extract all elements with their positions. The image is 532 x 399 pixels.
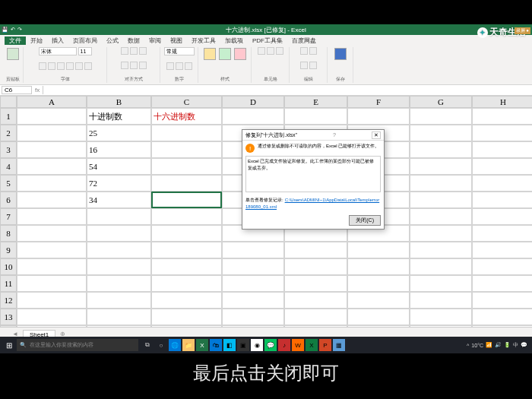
number-format-box[interactable]: 常规 <box>164 47 195 55</box>
align-mid-icon[interactable] <box>130 47 138 55</box>
cell-D10[interactable] <box>222 258 284 275</box>
app-icon-3[interactable]: ▦ <box>333 339 345 351</box>
fill-color-icon[interactable] <box>75 62 83 70</box>
cell-C12[interactable] <box>151 292 222 309</box>
align-left-icon[interactable] <box>121 62 128 69</box>
cell-G10[interactable] <box>410 258 472 275</box>
cell-C2[interactable] <box>151 125 222 141</box>
name-box[interactable]: C6 <box>2 86 32 94</box>
start-button[interactable]: ⊞ <box>2 338 17 352</box>
font-size-box[interactable]: 11 <box>78 47 92 55</box>
music-icon[interactable]: ♪ <box>278 339 290 351</box>
cell-C3[interactable] <box>151 141 222 158</box>
cell-G7[interactable] <box>410 208 472 225</box>
row-header-1[interactable]: 1 <box>0 108 17 125</box>
tab-formulas[interactable]: 公式 <box>102 36 123 45</box>
col-header-G[interactable]: G <box>410 96 472 108</box>
formula-bar[interactable] <box>43 86 532 94</box>
cell-H3[interactable] <box>472 141 532 158</box>
cell-C14[interactable] <box>151 325 222 327</box>
row-header-11[interactable]: 11 <box>0 275 17 292</box>
cell-C11[interactable] <box>151 275 222 292</box>
cell-C13[interactable] <box>151 309 222 325</box>
delete-cell-icon[interactable] <box>267 47 274 55</box>
volume-icon[interactable]: 🔊 <box>495 342 502 348</box>
cell-A6[interactable] <box>17 192 87 208</box>
cell-F10[interactable] <box>347 258 410 275</box>
cell-B12[interactable] <box>87 292 151 309</box>
cell-A2[interactable] <box>17 125 87 141</box>
comma-icon[interactable] <box>185 62 192 70</box>
tab-view[interactable]: 视图 <box>166 36 187 45</box>
cell-E12[interactable] <box>284 292 347 309</box>
cortana-icon[interactable]: ○ <box>155 339 167 351</box>
row-header-8[interactable]: 8 <box>0 225 17 242</box>
row-header-7[interactable]: 7 <box>0 208 17 225</box>
cell-H6[interactable] <box>472 192 532 208</box>
cell-D13[interactable] <box>222 309 284 325</box>
cell-D1[interactable] <box>222 108 284 125</box>
cell-H11[interactable] <box>472 275 532 292</box>
row-header-3[interactable]: 3 <box>0 141 17 158</box>
col-header-D[interactable]: D <box>222 96 284 108</box>
tab-addins[interactable]: 加载项 <box>220 36 248 45</box>
format-cell-icon[interactable] <box>276 47 283 55</box>
folder-icon[interactable]: 📁 <box>182 339 195 351</box>
cell-B4[interactable]: 54 <box>87 158 151 175</box>
row-header-5[interactable]: 5 <box>0 175 17 192</box>
cell-G9[interactable] <box>410 242 472 258</box>
dialog-close-icon[interactable]: ✕ <box>372 131 381 139</box>
cell-E1[interactable] <box>284 108 347 125</box>
tab-review[interactable]: 审阅 <box>144 36 166 45</box>
cell-F12[interactable] <box>347 292 410 309</box>
store-icon[interactable]: 🛍 <box>210 339 222 351</box>
cell-C7[interactable] <box>151 208 222 225</box>
find-icon[interactable] <box>309 62 317 69</box>
cell-B14[interactable] <box>87 325 151 327</box>
notification-icon[interactable]: 💬 <box>521 342 527 348</box>
cell-A4[interactable] <box>17 158 87 175</box>
cell-B3[interactable]: 16 <box>87 141 151 158</box>
cell-H4[interactable] <box>472 158 532 175</box>
ppt-icon[interactable]: P <box>319 339 331 351</box>
cell-H7[interactable] <box>472 208 532 225</box>
app-icon-2[interactable]: ▣ <box>237 339 249 351</box>
row-header-10[interactable]: 10 <box>0 258 17 275</box>
cell-G2[interactable] <box>410 125 472 141</box>
cell-B13[interactable] <box>87 309 151 325</box>
cell-E11[interactable] <box>284 275 347 292</box>
bold-icon[interactable] <box>39 62 46 70</box>
row-header-14[interactable]: 14 <box>0 325 17 327</box>
cell-A3[interactable] <box>17 141 87 158</box>
cell-F11[interactable] <box>347 275 410 292</box>
col-header-A[interactable]: A <box>17 96 87 108</box>
cell-E10[interactable] <box>284 258 347 275</box>
chrome-icon[interactable]: ◉ <box>251 339 263 351</box>
font-name-box[interactable]: 宋体 <box>39 47 77 55</box>
align-bot-icon[interactable] <box>139 47 147 55</box>
cell-C4[interactable] <box>151 158 222 175</box>
cell-C1[interactable]: 十六进制数 <box>151 108 222 125</box>
italic-icon[interactable] <box>48 62 55 70</box>
cell-G13[interactable] <box>410 309 472 325</box>
taskbar-search[interactable]: 🔍 在这里输入你要搜索的内容 <box>17 339 138 351</box>
cell-A14[interactable] <box>17 325 87 327</box>
ime-icon[interactable]: 中 <box>513 341 518 349</box>
autosum-icon[interactable] <box>300 47 308 55</box>
cell-H5[interactable] <box>472 175 532 192</box>
tab-pdf[interactable]: PDF工具集 <box>248 36 287 45</box>
cell-style-icon[interactable] <box>234 48 246 60</box>
wechat-icon[interactable]: 💬 <box>264 339 277 351</box>
cell-D11[interactable] <box>222 275 284 292</box>
row-header-9[interactable]: 9 <box>0 242 17 258</box>
align-center-icon[interactable] <box>130 62 138 69</box>
row-header-4[interactable]: 4 <box>0 158 17 175</box>
row-header-13[interactable]: 13 <box>0 309 17 325</box>
cell-B9[interactable] <box>87 242 151 258</box>
network-icon[interactable]: 📶 <box>486 342 492 348</box>
cell-C10[interactable] <box>151 258 222 275</box>
cell-H8[interactable] <box>472 225 532 242</box>
insert-cell-icon[interactable] <box>258 47 265 55</box>
cell-H12[interactable] <box>472 292 532 309</box>
cell-G5[interactable] <box>410 175 472 192</box>
